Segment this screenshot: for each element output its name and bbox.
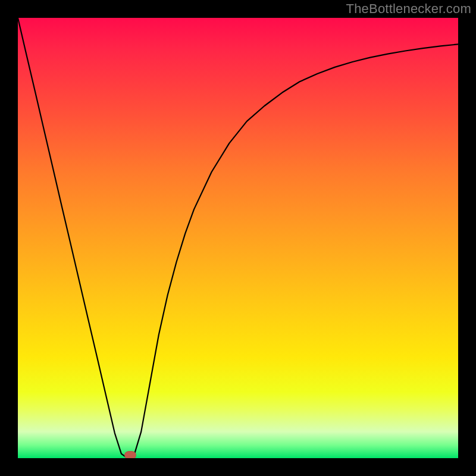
chart-frame: TheBottlenecker.com (0, 0, 476, 476)
minimum-marker (124, 451, 136, 458)
curve-path (18, 18, 458, 457)
bottleneck-curve (18, 18, 458, 458)
plot-area (18, 18, 458, 458)
watermark-text: TheBottlenecker.com (346, 1, 471, 17)
